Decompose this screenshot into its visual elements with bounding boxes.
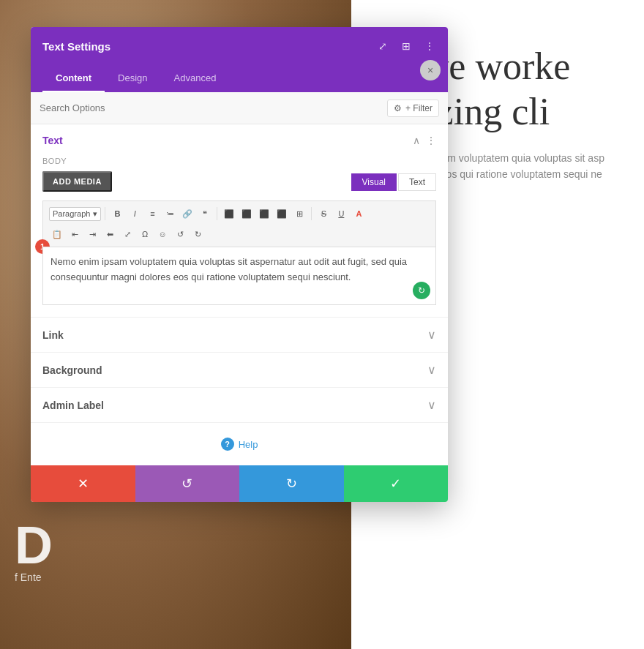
table-button[interactable]: ⊞ [291,206,307,222]
fullscreen-icon[interactable]: ⤢ [376,40,389,53]
underline-button[interactable]: U [333,206,349,222]
editor-toolbar: Paragraph ▾ B I ≡ ≔ 🔗 ❝ ⬛ [42,200,436,247]
section-more-icon[interactable]: ⋮ [426,135,436,146]
toolbar-sep-2 [217,207,217,220]
save-button[interactable]: ✓ [344,465,449,502]
indent-out-button[interactable]: ⇤ [67,226,83,242]
special-char-button[interactable]: Ω [137,226,153,242]
align-justify-button[interactable]: ⬛ [274,206,290,222]
cancel-button[interactable]: ✕ [31,465,135,502]
align-center-button[interactable]: ⬛ [239,206,255,222]
text-section-body: Body ADD MEDIA Visual Text Paragraph ▾ [31,157,448,317]
link-button[interactable]: 🔗 [179,206,195,222]
tab-text[interactable]: Text [398,173,436,191]
tab-advanced[interactable]: Advanced [161,65,230,93]
link-section: Link ∨ [31,318,448,353]
close-icon: × [427,64,433,76]
paragraph-select[interactable]: Paragraph ▾ [49,207,101,221]
panel-title: Text Settings [42,40,111,53]
redo-icon: ↻ [286,476,297,492]
help-area[interactable]: ? Help [31,423,448,465]
link-section-header[interactable]: Link ∨ [31,318,448,352]
link-section-title: Link [42,329,64,341]
admin-label-section-header[interactable]: Admin Label ∨ [31,388,448,422]
ordered-list-button[interactable]: ≔ [162,206,178,222]
header-icons: ⤢ ⊞ ⋮ [376,40,436,53]
editor-wrapper: 1 Nemo enim ipsam voluptatem quia volupt… [42,247,436,305]
panel-footer: ✕ ↺ ↻ ✓ [31,465,448,502]
refresh-icon[interactable]: ↻ [413,282,430,299]
columns-icon[interactable]: ⊞ [400,40,413,53]
align-group: ⬛ ⬛ ⬛ ⬛ ⊞ [221,206,307,222]
admin-label-section: Admin Label ∨ [31,388,448,423]
tab-visual[interactable]: Visual [351,173,397,191]
body-label: Body [42,157,436,165]
text-color-button[interactable]: A [351,206,367,222]
editor-area[interactable]: Nemo enim ipsam voluptatem quia voluptas… [42,247,436,305]
text-section-icons: ∧ ⋮ [413,135,436,146]
add-media-button[interactable]: ADD MEDIA [42,171,112,192]
text-section-title: Text [42,135,63,146]
unordered-list-button[interactable]: ≡ [144,206,160,222]
tab-design[interactable]: Design [105,65,160,93]
emoji-button[interactable]: ☺ [154,226,171,242]
link-chevron-down-icon: ∨ [427,328,436,342]
paragraph-dropdown-icon: ▾ [93,209,97,219]
panel-content: Text ∧ ⋮ Body ADD MEDIA Visual Text [31,124,448,465]
paragraph-label: Paragraph [53,209,90,218]
toolbar-sep-1 [105,207,105,220]
panel-tabs: Content Design Advanced [31,65,448,92]
background-section-header[interactable]: Background ∨ [31,353,448,387]
filter-label: + Filter [405,103,433,113]
panel-header: Text Settings ⤢ ⊞ ⋮ [31,27,448,65]
undo-button[interactable]: ↺ [172,226,188,242]
close-button[interactable]: × [420,60,441,80]
editor-content: Nemo enim ipsam voluptatem quia voluptas… [50,256,407,282]
redo-button[interactable]: ↻ [190,226,206,242]
filter-icon: ⚙ [394,103,402,113]
text-overlay: D f Ente [0,511,67,590]
text-section: Text ∧ ⋮ Body ADD MEDIA Visual Text [31,124,448,318]
tab-content[interactable]: Content [42,65,105,93]
redo-footer-button[interactable]: ↻ [239,465,344,502]
reset-button[interactable]: ↺ [135,465,240,502]
help-label: Help [239,439,258,450]
search-bar: ⚙ + Filter [31,92,448,124]
toolbar-sep-3 [311,207,312,220]
align-right-button[interactable]: ⬛ [256,206,272,222]
search-input[interactable] [40,102,387,113]
help-icon: ? [221,438,234,451]
indent-left-button[interactable]: ⬅ [102,226,118,242]
format-group-2: S U A [315,206,367,222]
blockquote-button[interactable]: ❝ [197,206,213,222]
admin-label-title: Admin Label [42,399,104,411]
background-section-title: Background [42,364,102,376]
indent-in-button[interactable]: ⇥ [84,226,100,242]
background-section: Background ∨ [31,353,448,388]
overlay-big-letter: D [15,519,53,571]
chevron-up-icon[interactable]: ∧ [413,135,420,146]
align-left-button[interactable]: ⬛ [221,206,237,222]
formatting-group: B I ≡ ≔ 🔗 ❝ [109,206,213,222]
reset-icon: ↺ [181,476,192,492]
save-icon: ✓ [390,476,401,492]
italic-button[interactable]: I [127,206,143,222]
bold-button[interactable]: B [109,206,125,222]
editor-tabs: Visual Text [351,173,436,191]
admin-label-chevron-down-icon: ∨ [427,398,436,412]
cancel-icon: ✕ [78,476,89,492]
text-settings-panel: Text Settings ⤢ ⊞ ⋮ Content Design Advan… [31,27,448,502]
filter-button[interactable]: ⚙ + Filter [387,100,439,117]
paste-button[interactable]: 📋 [49,226,65,242]
add-media-label: ADD MEDIA [53,177,102,186]
strikethrough-button[interactable]: S [315,206,332,222]
text-section-header[interactable]: Text ∧ ⋮ [31,124,448,157]
fullscreen-editor-button[interactable]: ⤢ [119,226,135,242]
background-chevron-down-icon: ∨ [427,363,436,377]
more-options-icon[interactable]: ⋮ [423,40,436,53]
